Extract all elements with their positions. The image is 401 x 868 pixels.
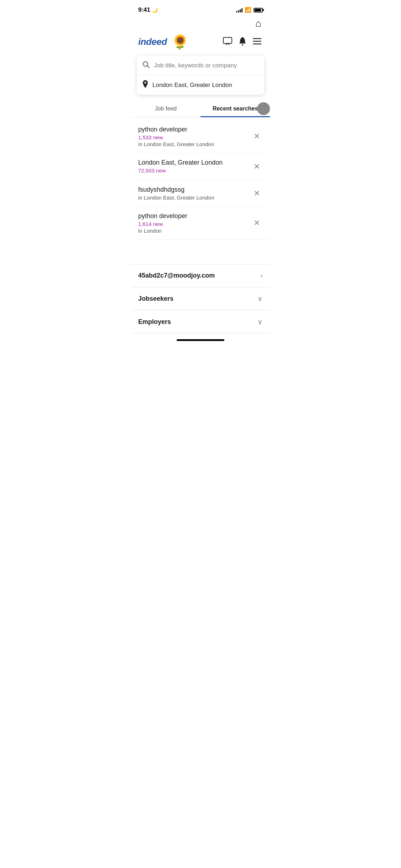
status-icons: 📶 xyxy=(236,7,263,13)
keyword-search-row[interactable] xyxy=(137,56,264,75)
jobseekers-label: Jobseekers xyxy=(138,295,173,303)
list-item[interactable]: python developer 1,614 new in London ✕ xyxy=(131,207,270,240)
notification-icon[interactable] xyxy=(237,35,248,49)
result-content: python developer 1,614 new in London xyxy=(138,212,251,234)
svg-rect-2 xyxy=(253,38,261,39)
status-time: 9:41 xyxy=(138,6,150,14)
result-location: in London East, Greater London xyxy=(138,195,251,201)
svg-rect-0 xyxy=(223,37,232,43)
indeed-logo: indeed xyxy=(138,36,167,47)
chevron-down-icon: ∨ xyxy=(257,317,263,326)
result-new-count: 1,614 new xyxy=(138,221,251,227)
chevron-down-icon: ∨ xyxy=(257,294,263,303)
remove-search-button[interactable]: ✕ xyxy=(251,130,263,143)
chevron-right-icon: › xyxy=(260,272,263,280)
result-new-count: 1,533 new xyxy=(138,134,251,140)
result-title: python developer xyxy=(138,126,251,133)
account-email-label: 45abd2c7@moodjoy.com xyxy=(138,272,215,279)
message-icon[interactable] xyxy=(222,36,234,48)
account-menu-section: 45abd2c7@moodjoy.com › xyxy=(131,264,270,287)
status-bar: 9:41 🌙 📶 xyxy=(131,0,270,18)
list-item[interactable]: fsudyshdhdgssg in London East, Greater L… xyxy=(131,180,270,207)
list-item[interactable]: London East, Greater London 72,503 new ✕ xyxy=(131,153,270,180)
svg-line-6 xyxy=(147,66,150,68)
hamburger-menu-icon[interactable] xyxy=(251,36,263,48)
spacer xyxy=(131,243,270,257)
svg-point-7 xyxy=(145,82,146,84)
home-icon[interactable]: ⌂ xyxy=(255,18,261,29)
jobseekers-menu-item[interactable]: Jobseekers ∨ xyxy=(131,287,270,310)
wifi-icon: 📶 xyxy=(245,7,251,13)
account-menu-item[interactable]: 45abd2c7@moodjoy.com › xyxy=(131,264,270,287)
result-new-count: 72,503 new xyxy=(138,167,251,174)
result-content: python developer 1,533 new in London Eas… xyxy=(138,126,251,147)
tab-job-feed[interactable]: Job feed xyxy=(131,100,200,117)
search-icon xyxy=(142,61,150,70)
home-indicator-bar xyxy=(177,339,224,341)
result-content: fsudyshdhdgssg in London East, Greater L… xyxy=(138,186,251,201)
result-content: London East, Greater London 72,503 new xyxy=(138,159,251,174)
battery-icon xyxy=(254,8,263,12)
remove-search-button[interactable]: ✕ xyxy=(251,161,263,173)
home-button-row: ⌂ xyxy=(131,18,270,32)
search-container: London East, Greater London xyxy=(137,56,264,95)
result-location: in London xyxy=(138,228,251,234)
scroll-indicator xyxy=(257,102,270,115)
result-title: fsudyshdhdgssg xyxy=(138,186,251,193)
remove-search-button[interactable]: ✕ xyxy=(251,217,263,229)
svg-point-1 xyxy=(242,44,243,46)
list-item[interactable]: python developer 1,533 new in London Eas… xyxy=(131,120,270,153)
home-indicator xyxy=(131,334,270,344)
tabs: Job feed Recent searches xyxy=(131,100,270,117)
tabs-wrapper: Job feed Recent searches xyxy=(131,100,270,117)
result-title: python developer xyxy=(138,212,251,220)
employers-menu-item[interactable]: Employers ∨ xyxy=(131,310,270,333)
svg-rect-3 xyxy=(253,41,261,42)
employers-menu-section: Employers ∨ xyxy=(131,310,270,334)
keyword-search-input[interactable] xyxy=(154,62,259,69)
location-pin-icon xyxy=(142,80,148,90)
location-text: London East, Greater London xyxy=(152,82,232,89)
signal-bars-icon xyxy=(236,7,243,12)
header: indeed 🌻 xyxy=(131,32,270,55)
jobseekers-menu-section: Jobseekers ∨ xyxy=(131,287,270,310)
employers-label: Employers xyxy=(138,318,171,326)
tab-recent-searches[interactable]: Recent searches xyxy=(200,100,270,117)
result-location: in London East, Greater London xyxy=(138,141,251,147)
result-title: London East, Greater London xyxy=(138,159,251,166)
remove-search-button[interactable]: ✕ xyxy=(251,187,263,200)
location-row[interactable]: London East, Greater London xyxy=(137,75,264,95)
svg-rect-4 xyxy=(253,43,261,45)
recent-searches-list: python developer 1,533 new in London Eas… xyxy=(131,117,270,243)
moon-icon: 🌙 xyxy=(152,7,158,13)
sunflower-emoji: 🌻 xyxy=(171,33,189,50)
